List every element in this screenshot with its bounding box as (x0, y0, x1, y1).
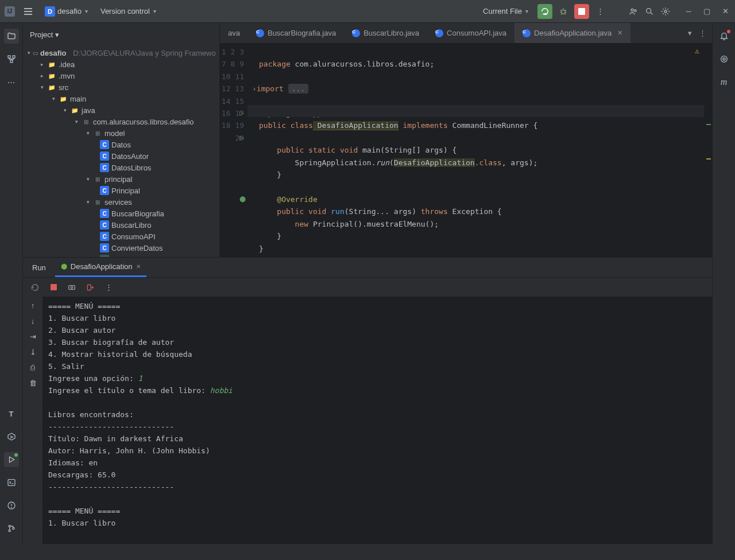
services-tool-button[interactable] (4, 429, 19, 444)
override-gutter-icon[interactable]: ⬤ (239, 193, 246, 205)
module-icon: ▭ (33, 48, 38, 57)
search-everywhere-button[interactable] (644, 6, 655, 17)
editor-tab[interactable]: ava (220, 23, 248, 43)
code-area[interactable]: ⚠package com.aluracursos.libros.desafio;… (247, 44, 704, 257)
tree-item[interactable]: DatosLibros (111, 164, 151, 172)
dump-threads-button[interactable] (67, 282, 77, 293)
exit-button[interactable] (85, 282, 95, 293)
more-tool-button[interactable]: ⋯ (4, 75, 19, 90)
package-icon: ⊞ (93, 129, 102, 138)
git-tool-button[interactable] (4, 521, 19, 536)
close-icon[interactable]: ✕ (136, 263, 141, 270)
svg-line-5 (651, 13, 652, 14)
close-tab-icon[interactable]: ✕ (617, 29, 622, 37)
tree-item[interactable]: services (105, 198, 132, 207)
run-tool-button[interactable] (4, 452, 19, 467)
stop-button[interactable] (574, 4, 589, 19)
maximize-window-button[interactable]: ▢ (702, 6, 712, 17)
terminal-tool-button[interactable] (4, 475, 19, 490)
close-window-button[interactable]: ✕ (720, 6, 730, 17)
tree-item[interactable]: BuscarBiografia (111, 209, 164, 218)
svg-point-20 (723, 58, 725, 60)
svg-point-6 (664, 10, 667, 13)
interface-icon: I (100, 255, 109, 257)
debug-button[interactable] (558, 6, 568, 17)
run-tab[interactable]: ⬢ DesafioApplication ✕ (55, 258, 146, 277)
project-tree[interactable]: ▾▭desafio D:\JORGE\ALURA\Java y Spring F… (23, 46, 219, 257)
svg-rect-8 (13, 56, 15, 58)
print-button[interactable]: ⎙ (30, 363, 35, 372)
tree-item[interactable]: BuscarLibro (111, 221, 151, 230)
editor-tab[interactable]: CConsumoAPI.java (427, 23, 514, 43)
svg-rect-23 (69, 285, 75, 289)
run-config-selector[interactable]: Current File ▾ (479, 7, 532, 15)
main-menu-button[interactable] (21, 4, 36, 19)
tab-more-icon[interactable]: ⋮ (699, 29, 706, 37)
tree-item[interactable]: java (82, 106, 95, 115)
soft-wrap-button[interactable]: ⇥ (30, 332, 36, 341)
more-actions-button[interactable]: ⋮ (595, 6, 605, 17)
tree-item[interactable]: Datos (111, 141, 131, 149)
vcs-menu[interactable]: Version control ▾ (97, 7, 160, 15)
project-tool-button[interactable] (4, 29, 19, 44)
tree-item[interactable]: src (59, 83, 68, 92)
upper-split: Project ▾ ▾▭desafio D:\JORGE\ALURA\Java … (23, 23, 712, 257)
tree-item[interactable]: ConvierteDatos (111, 244, 163, 252)
tree-item[interactable]: main (70, 95, 86, 103)
tree-item[interactable]: .mvn (59, 72, 75, 80)
project-selector[interactable]: D desafio ▾ (41, 6, 91, 17)
run-gutter-icon[interactable]: ▷ (239, 107, 244, 119)
svg-rect-1 (578, 8, 585, 15)
right-tool-strip: m (712, 23, 735, 544)
tab-label: DesafioApplication.java (534, 29, 612, 37)
tree-item[interactable]: principal (105, 175, 132, 184)
chevron-down-icon: ▾ (55, 30, 59, 39)
ai-assistant-button[interactable] (717, 52, 732, 67)
vcs-label: Version control (100, 7, 150, 15)
code-with-me-icon[interactable] (628, 6, 639, 17)
run-panel-header: Run ⬢ DesafioApplication ✕ (23, 258, 712, 277)
problems-tool-button[interactable] (4, 498, 19, 513)
tab-dropdown-icon[interactable]: ▾ (688, 29, 692, 37)
scroll-to-end-button[interactable]: ⤓ (30, 348, 36, 356)
run-tab-label: DesafioApplication (71, 262, 133, 271)
tree-item[interactable]: Principal (111, 186, 140, 195)
source-folder-icon: 📁 (70, 106, 79, 115)
minimize-window-button[interactable]: ─ (683, 6, 694, 17)
project-panel-header[interactable]: Project ▾ (23, 23, 219, 46)
settings-button[interactable] (660, 6, 671, 17)
chevron-down-icon: ▾ (525, 8, 528, 14)
rerun-button[interactable] (30, 282, 40, 293)
warning-icon[interactable]: ⚠ (695, 45, 699, 57)
run-gutter-icon[interactable]: ▷ (239, 131, 244, 143)
editor-tab[interactable]: CBuscarBiografia.java (248, 23, 344, 43)
editor-body[interactable]: 1 2 3 7 8 9 10 11 12 13 14 15 16 17 18 1… (220, 44, 712, 257)
clear-button[interactable]: 🗑 (29, 379, 37, 387)
more-button[interactable]: ⋮ (103, 282, 114, 293)
class-icon: C (100, 232, 109, 241)
title-bar: IJ D desafio ▾ Version control ▾ Current… (0, 0, 735, 23)
tool-t-button[interactable]: T (4, 406, 19, 421)
editor-tab-active[interactable]: CDesafioApplication.java✕ (514, 23, 630, 43)
notifications-button[interactable] (717, 29, 732, 44)
class-icon: C (256, 29, 264, 37)
svg-rect-9 (10, 60, 13, 63)
console-output[interactable]: ===== MENÚ ===== 1. Buscar libro 2. Busc… (42, 297, 712, 544)
tree-item[interactable]: ConsumoAPI (111, 232, 156, 241)
tree-item[interactable]: model (105, 129, 125, 138)
tree-item[interactable]: .idea (59, 60, 75, 69)
tree-item[interactable]: com.aluracursos.libros.desafio (93, 118, 194, 126)
gutter: 1 2 3 7 8 9 10 11 12 13 14 15 16 17 18 1… (220, 44, 247, 257)
tree-item[interactable]: desafio (40, 49, 67, 57)
run-config-label: Current File (483, 7, 522, 15)
tree-item[interactable]: IConvierteDatos (111, 255, 165, 258)
stop-button[interactable] (48, 282, 59, 293)
up-button[interactable]: ↑ (31, 301, 35, 310)
run-button[interactable] (537, 4, 552, 19)
maven-tool-button[interactable]: m (717, 75, 732, 90)
tree-item[interactable]: DatosAutor (111, 152, 149, 161)
editor-tab[interactable]: CBuscarLibro.java (344, 23, 427, 43)
structure-tool-button[interactable] (4, 52, 19, 67)
down-button[interactable]: ↓ (31, 317, 35, 325)
svg-point-0 (562, 10, 566, 14)
